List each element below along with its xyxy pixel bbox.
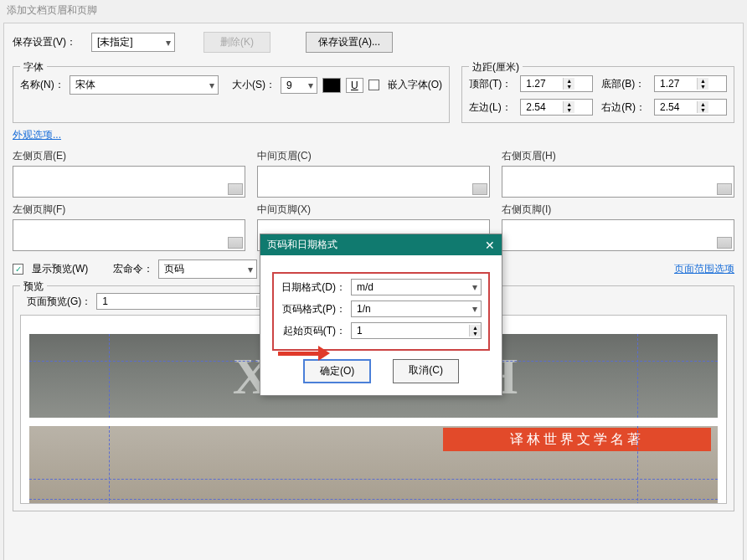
page-preview-spinner[interactable]: ▲▼ xyxy=(96,293,272,310)
macro-dropdown[interactable]: 页码 xyxy=(158,259,257,279)
right-header-textarea[interactable] xyxy=(502,166,734,198)
right-footer-label: 右侧页脚(I) xyxy=(502,203,734,217)
margin-left-spinner[interactable]: ▲▼ xyxy=(520,99,593,116)
page-date-format-dialog: 页码和日期格式 ✕ 日期格式(D)： m/d 页码格式(P)： 1/n 起始页码… xyxy=(260,234,502,396)
font-legend: 字体 xyxy=(20,60,47,74)
cancel-button[interactable]: 取消(C) xyxy=(393,359,459,383)
font-name-dropdown[interactable]: 宋体 xyxy=(70,75,219,95)
left-header-textarea[interactable] xyxy=(13,166,245,198)
embed-font-checkbox[interactable] xyxy=(368,80,379,90)
appearance-options-link[interactable]: 外观选项... xyxy=(13,128,61,142)
margin-left-input[interactable] xyxy=(521,100,563,115)
preview-legend: 预览 xyxy=(20,280,47,294)
left-footer-label: 左侧页脚(F) xyxy=(13,203,245,217)
left-footer-textarea[interactable] xyxy=(13,219,245,251)
page-range-options-link[interactable]: 页面范围选项 xyxy=(674,262,734,276)
start-page-input[interactable] xyxy=(352,323,469,338)
banner-text: 译林世界文学名著 xyxy=(443,428,711,451)
window-title-bar: 添加文档页眉和页脚 xyxy=(0,0,747,21)
date-format-label: 日期格式(D)： xyxy=(281,280,346,295)
margin-top-input[interactable] xyxy=(521,76,563,91)
save-settings-label: 保存设置(V)： xyxy=(13,35,76,49)
margin-bottom-input[interactable] xyxy=(655,76,697,91)
preview-image-bottom: 译林世界文学名著 xyxy=(29,426,718,504)
down-arrow-icon[interactable]: ▼ xyxy=(698,84,708,90)
margin-top-label: 顶部(T)： xyxy=(469,77,512,91)
close-icon[interactable]: ✕ xyxy=(485,239,495,252)
left-header-label: 左侧页眉(E) xyxy=(13,149,245,163)
down-arrow-icon[interactable]: ▼ xyxy=(470,331,481,337)
right-footer-textarea[interactable] xyxy=(502,219,734,251)
page-preview-label: 页面预览(G)： xyxy=(27,295,91,309)
macro-label: 宏命令： xyxy=(113,262,153,276)
dialog-title: 页码和日期格式 xyxy=(267,238,337,252)
font-fieldset: 字体 名称(N)： 宋体 大小(S)： 9 U 嵌入字体(O) xyxy=(13,66,450,123)
margin-top-spinner[interactable]: ▲▼ xyxy=(520,75,593,92)
margin-right-input[interactable] xyxy=(655,100,697,115)
annotation-arrow xyxy=(278,352,322,356)
margin-legend: 边距(厘米) xyxy=(469,60,523,74)
margin-bottom-label: 底部(B)： xyxy=(601,77,646,91)
page-preview-input[interactable] xyxy=(97,294,256,309)
save-settings-row: 保存设置(V)： [未指定] 删除(K) 保存设置(A)... xyxy=(13,32,734,53)
margin-left-label: 左边(L)： xyxy=(469,100,512,115)
down-arrow-icon[interactable]: ▼ xyxy=(698,107,708,113)
up-arrow-icon[interactable]: ▲ xyxy=(564,101,574,107)
ok-button[interactable]: 确定(O) xyxy=(303,359,371,383)
dialog-title-bar: 页码和日期格式 ✕ xyxy=(260,234,502,255)
up-arrow-icon[interactable]: ▲ xyxy=(698,78,708,84)
header-row: 左侧页眉(E) 中间页眉(C) 右侧页眉(H) xyxy=(13,149,734,198)
margin-fieldset: 边距(厘米) 顶部(T)： ▲▼ 底部(B)： ▲▼ 左边(L)： xyxy=(461,66,734,123)
up-arrow-icon[interactable]: ▲ xyxy=(470,325,481,331)
page-format-label: 页码格式(P)： xyxy=(281,302,346,316)
date-format-dropdown[interactable]: m/d xyxy=(351,279,482,295)
save-settings-dropdown[interactable]: [未指定] xyxy=(91,33,175,52)
center-header-label: 中间页眉(C) xyxy=(257,149,490,163)
show-preview-checkbox[interactable] xyxy=(13,264,23,275)
underline-button[interactable]: U xyxy=(346,78,363,93)
font-name-label: 名称(N)： xyxy=(20,78,64,92)
font-color-picker[interactable] xyxy=(322,78,341,93)
delete-button: 删除(K) xyxy=(203,32,270,53)
start-page-label: 起始页码(T)： xyxy=(281,324,346,338)
margin-bottom-spinner[interactable]: ▲▼ xyxy=(654,75,727,92)
save-settings-button[interactable]: 保存设置(A)... xyxy=(306,32,393,53)
font-size-label: 大小(S)： xyxy=(232,78,276,92)
center-header-textarea[interactable] xyxy=(257,166,490,198)
start-page-spinner[interactable]: ▲▼ xyxy=(351,322,482,339)
center-footer-label: 中间页脚(X) xyxy=(257,203,490,217)
margin-right-spinner[interactable]: ▲▼ xyxy=(654,99,727,116)
margin-right-label: 右边(R)： xyxy=(601,100,646,115)
up-arrow-icon[interactable]: ▲ xyxy=(564,78,574,84)
down-arrow-icon[interactable]: ▼ xyxy=(564,107,574,113)
window-title: 添加文档页眉和页脚 xyxy=(7,4,97,16)
embed-font-label: 嵌入字体(O) xyxy=(388,78,442,92)
up-arrow-icon[interactable]: ▲ xyxy=(698,101,708,107)
down-arrow-icon[interactable]: ▼ xyxy=(564,84,574,90)
page-format-dropdown[interactable]: 1/n xyxy=(351,301,482,317)
right-header-label: 右侧页眉(H) xyxy=(502,149,734,163)
font-size-dropdown[interactable]: 9 xyxy=(281,77,317,94)
show-preview-label: 显示预览(W) xyxy=(32,262,88,276)
highlight-box: 日期格式(D)： m/d 页码格式(P)： 1/n 起始页码(T)： ▲▼ xyxy=(272,272,490,351)
